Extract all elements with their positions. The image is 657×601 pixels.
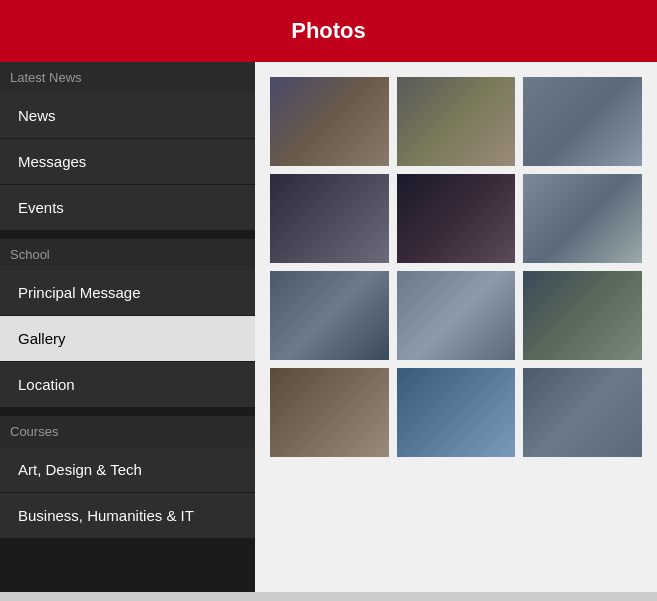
sidebar-item-news[interactable]: News — [0, 93, 255, 139]
photo-thumb-10[interactable] — [270, 368, 389, 457]
sidebar-item-gallery[interactable]: Gallery — [0, 316, 255, 362]
main-layout: Latest News News Messages Events School … — [0, 62, 657, 592]
page-header: Photos — [0, 0, 657, 62]
photo-thumb-9[interactable] — [523, 271, 642, 360]
photo-thumb-11[interactable] — [397, 368, 516, 457]
photo-thumb-12[interactable] — [523, 368, 642, 457]
photo-thumb-7[interactable] — [270, 271, 389, 360]
sidebar: Latest News News Messages Events School … — [0, 62, 255, 592]
photo-thumb-2[interactable] — [397, 77, 516, 166]
photo-thumb-8[interactable] — [397, 271, 516, 360]
photo-thumb-5[interactable] — [397, 174, 516, 263]
sidebar-item-principal-message[interactable]: Principal Message — [0, 270, 255, 316]
photo-thumb-6[interactable] — [523, 174, 642, 263]
photo-thumb-4[interactable] — [270, 174, 389, 263]
page-title: Photos — [291, 18, 366, 43]
sidebar-section-courses: Courses — [0, 416, 255, 447]
sidebar-item-art-design-tech[interactable]: Art, Design & Tech — [0, 447, 255, 493]
sidebar-item-events[interactable]: Events — [0, 185, 255, 231]
sidebar-section-latest-news: Latest News — [0, 62, 255, 93]
sidebar-item-location[interactable]: Location — [0, 362, 255, 408]
photo-thumb-1[interactable] — [270, 77, 389, 166]
sidebar-divider-2 — [0, 408, 255, 416]
sidebar-item-business-humanities-it[interactable]: Business, Humanities & IT — [0, 493, 255, 539]
sidebar-divider-1 — [0, 231, 255, 239]
sidebar-section-school: School — [0, 239, 255, 270]
photo-thumb-3[interactable] — [523, 77, 642, 166]
main-content — [255, 62, 657, 592]
sidebar-item-messages[interactable]: Messages — [0, 139, 255, 185]
photo-grid — [270, 77, 642, 457]
